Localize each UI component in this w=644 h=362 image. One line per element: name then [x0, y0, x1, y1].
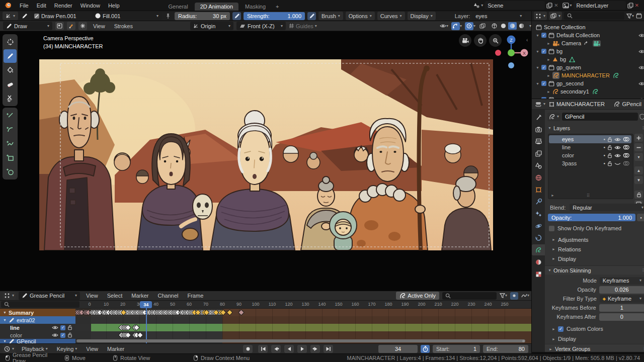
layer-selector[interactable]: eyes▾	[472, 12, 525, 20]
rendered-shading-icon[interactable]	[517, 22, 526, 30]
visibility-eye-icon[interactable]	[638, 33, 644, 38]
drawing-plane-selector[interactable]: Front (X-Z)▾	[236, 22, 286, 30]
properties-tab-object[interactable]	[532, 184, 545, 195]
popover-brush[interactable]: Brush▾	[318, 12, 343, 20]
move-layer-down-button[interactable]: ▼	[634, 176, 643, 184]
multiframe-toggle[interactable]	[55, 22, 64, 30]
lock-icon[interactable]	[607, 145, 612, 150]
isolate-lock-button[interactable]	[634, 191, 643, 199]
panel-expand-icon[interactable]: ►	[549, 347, 552, 351]
strength-field[interactable]: Strength:1.000	[244, 12, 305, 20]
jump-end-button[interactable]	[324, 345, 333, 353]
outliner-row[interactable]: Scene Collection	[532, 23, 644, 31]
draw-tool[interactable]	[4, 49, 17, 63]
timeline-menu-view[interactable]: View	[83, 346, 101, 352]
keyframes-before-field[interactable]: 1	[599, 304, 644, 312]
properties-tab-tool[interactable]	[532, 112, 545, 123]
properties-tab-render[interactable]	[532, 124, 545, 135]
disclosure-icon[interactable]: ▼	[536, 34, 539, 37]
channel-extra02[interactable]: ▼extra02	[0, 316, 75, 324]
layer-row-color[interactable]: color●	[549, 151, 631, 159]
duplicate-icon[interactable]	[546, 3, 552, 9]
circle-primitive-tool[interactable]	[4, 165, 17, 178]
remove-layer-button[interactable]	[634, 143, 643, 151]
properties-tab-texture[interactable]	[532, 268, 545, 280]
wireframe-shading-icon[interactable]	[490, 22, 499, 30]
viewport-menu-view[interactable]: View	[90, 21, 108, 31]
radius-field[interactable]: Radius:30 px	[175, 12, 230, 20]
playhead-line[interactable]	[146, 308, 147, 343]
strength-pressure-icon[interactable]	[307, 12, 316, 20]
visibility-eye-icon[interactable]	[638, 81, 644, 86]
dopesheet-menu-channel[interactable]: Channel	[154, 291, 181, 300]
material-shading-icon[interactable]	[508, 22, 517, 30]
curve-primitive-tool[interactable]	[4, 137, 17, 150]
frame-start-field[interactable]: Start:1	[433, 345, 480, 353]
blender-logo-icon[interactable]	[4, 2, 12, 9]
outliner-display-mode-button[interactable]: ▾	[534, 12, 547, 20]
viewport-3d[interactable]: Camera Perspective (34) MAINCHARACTER Z …	[0, 31, 531, 291]
panel-expand-icon[interactable]: ►	[552, 247, 555, 251]
lock-icon[interactable]	[67, 332, 72, 338]
topbar-menu-window[interactable]: Window	[76, 0, 104, 11]
proportional-edit-toggle[interactable]: ▾	[465, 22, 475, 30]
cutter-tool[interactable]	[4, 92, 17, 105]
render-layer-name[interactable]: RenderLayer	[577, 3, 609, 9]
scene-name[interactable]: Scene	[488, 3, 503, 9]
dopesheet-menu-marker[interactable]: Marker	[128, 291, 151, 300]
pin-icon[interactable]	[166, 13, 171, 19]
properties-tab-physics[interactable]	[532, 220, 545, 231]
onion-skin-icon[interactable]	[623, 161, 629, 166]
visibility-eye-icon[interactable]	[52, 325, 58, 330]
interpolate-toggle[interactable]	[78, 22, 87, 30]
timeline-menu-keying[interactable]: Keying▾	[54, 346, 80, 352]
workspace-add-tab-button[interactable]: +	[272, 3, 282, 11]
lock-icon[interactable]	[607, 161, 612, 166]
visibility-eye-icon[interactable]	[638, 65, 644, 70]
datablock-name-field[interactable]: GPencil	[562, 113, 638, 121]
visibility-eye-icon[interactable]	[614, 145, 621, 150]
outliner-row[interactable]: ▼✓gp_queen	[532, 63, 644, 71]
overlays-icon[interactable]	[479, 23, 486, 29]
timeline-menu-marker[interactable]: Marker	[104, 346, 127, 352]
fake-user-shield-icon[interactable]	[639, 114, 644, 120]
region-collapse-icon[interactable]: ‹	[526, 37, 528, 43]
disclosure-icon[interactable]: ▼	[536, 66, 539, 69]
cursor-tool[interactable]	[4, 35, 17, 49]
visibility-eye-icon[interactable]	[614, 153, 621, 158]
channel-summary[interactable]: ▼Summary	[0, 309, 75, 316]
solid-shading-icon[interactable]	[499, 22, 508, 30]
disclosure-icon[interactable]: ▼	[536, 82, 539, 85]
duplicate-icon[interactable]	[627, 3, 633, 9]
opacity-keyframe-button[interactable]: ●	[637, 214, 644, 221]
panel-expand-icon[interactable]: ▼	[548, 268, 551, 272]
navigation-gizmo[interactable]: Z X	[491, 32, 531, 72]
outliner-filter-button[interactable]: ▾	[626, 14, 634, 19]
dopesheet-menu-view[interactable]: View	[83, 291, 101, 300]
lock-icon[interactable]	[607, 137, 612, 142]
mode-selector[interactable]: Draw▾	[3, 22, 52, 30]
add-layer-button[interactable]	[634, 134, 643, 142]
layer-specials-button[interactable]: ▾	[634, 153, 643, 161]
onion-skin-icon[interactable]	[623, 153, 629, 158]
viewport-pan-hand-icon[interactable]	[474, 34, 487, 47]
dopesheet-filter-button[interactable]: ▾	[500, 293, 507, 298]
channel-expand-icon[interactable]: ▼	[3, 318, 7, 322]
onion-skin-icon[interactable]	[623, 137, 629, 142]
outliner-search-field[interactable]	[564, 12, 624, 20]
panel-expand-icon[interactable]: ►	[552, 337, 555, 341]
new-collection-icon[interactable]	[636, 13, 642, 19]
editor-type-button[interactable]: ▾	[3, 12, 18, 20]
use-preview-range-icon[interactable]	[421, 345, 430, 353]
horizontal-scrollbar[interactable]	[76, 339, 525, 342]
visibility-eye-icon[interactable]	[52, 333, 58, 337]
material-selector[interactable]: Fill.001▾	[92, 12, 162, 20]
channel-checkbox[interactable]: ✓	[60, 325, 65, 330]
lock-icon[interactable]	[67, 325, 72, 330]
box-primitive-tool[interactable]	[4, 151, 17, 164]
layer-row-line[interactable]: line●	[549, 143, 631, 151]
visibility-eye-icon[interactable]	[614, 137, 621, 142]
properties-tab-world[interactable]	[532, 172, 545, 183]
channel-gpencil[interactable]: ▼GPencil	[0, 339, 75, 343]
disclosure-icon[interactable]: ▼	[536, 50, 539, 53]
